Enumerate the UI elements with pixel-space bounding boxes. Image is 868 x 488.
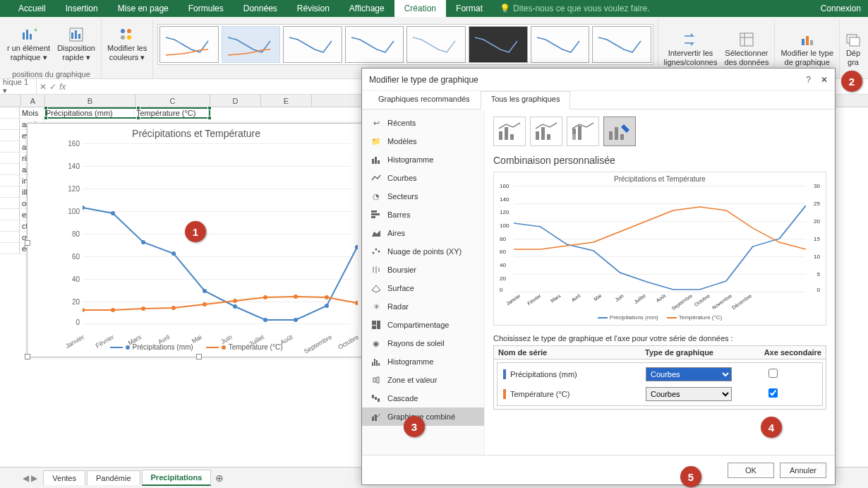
login-link[interactable]: Connexion bbox=[814, 0, 868, 17]
preview-chart[interactable]: Précipitations et Température 160 140 12… bbox=[493, 172, 826, 326]
subtype-custom[interactable] bbox=[603, 117, 636, 146]
select-all-corner[interactable] bbox=[0, 95, 21, 106]
ct-sunburst[interactable]: ◉Rayons de soleil bbox=[362, 334, 484, 352]
ribbon-tab-home[interactable]: Accueil bbox=[8, 0, 56, 17]
cancel-button[interactable]: Annuler bbox=[780, 463, 826, 478]
preview-legend-2: Température (°C) bbox=[679, 314, 722, 321]
sheet-nav[interactable]: ◀ ▶ bbox=[23, 473, 37, 483]
cell-B1[interactable]: Précipitations (mm) bbox=[44, 107, 134, 119]
ct-recent[interactable]: ↩Récents bbox=[362, 114, 484, 132]
row-header[interactable] bbox=[0, 209, 20, 220]
ct-histogram[interactable]: Histogramme bbox=[362, 150, 484, 169]
quick-layout-button[interactable]: Disposition rapide ▾ bbox=[56, 25, 97, 62]
row-header[interactable] bbox=[0, 119, 20, 130]
series-axis-checkbox-precip[interactable] bbox=[768, 369, 778, 378]
ribbon-tab-formulas[interactable]: Formules bbox=[179, 0, 234, 17]
ct-scatter[interactable]: Nuage de points (XY) bbox=[362, 242, 484, 261]
select-data-button[interactable]: Sélectionner des données bbox=[723, 30, 770, 67]
sheet-tab-precipitations[interactable]: Precipitations bbox=[142, 470, 212, 486]
row-header[interactable] bbox=[0, 232, 20, 243]
style-thumb-2[interactable] bbox=[222, 26, 281, 63]
add-chart-element-button[interactable]: + r un élément raphique ▾ bbox=[6, 25, 52, 62]
chart-title[interactable]: Précipitations et Température bbox=[28, 124, 365, 141]
ribbon-tab-data[interactable]: Données bbox=[234, 0, 287, 17]
row-header[interactable] bbox=[0, 186, 20, 198]
ct-stock[interactable]: Boursier bbox=[362, 261, 484, 279]
series-type-select-precip[interactable]: Courbes bbox=[646, 367, 732, 381]
style-thumb-6[interactable] bbox=[469, 26, 528, 63]
col-header-D[interactable]: D bbox=[210, 95, 261, 107]
subtype-3[interactable] bbox=[567, 117, 599, 146]
row-header[interactable] bbox=[0, 198, 20, 209]
col-header-A[interactable]: A bbox=[21, 95, 45, 107]
chart-styles-gallery[interactable] bbox=[157, 24, 653, 65]
ribbon-group-colors: Modifier les couleurs ▾ bbox=[102, 20, 153, 78]
change-chart-type-button[interactable]: Modifier le type de graphique bbox=[779, 30, 835, 67]
col-header-E[interactable]: E bbox=[261, 95, 312, 107]
name-box[interactable]: hique 1 ▾ bbox=[0, 76, 37, 97]
svg-rect-60 bbox=[377, 377, 379, 383]
cancel-formula-icon[interactable]: ✕ bbox=[40, 82, 47, 92]
col-header-B[interactable]: B bbox=[45, 95, 135, 107]
row-header[interactable] bbox=[0, 164, 20, 175]
row-header[interactable] bbox=[0, 130, 20, 141]
sheet-tab-ventes[interactable]: Ventes bbox=[43, 470, 85, 485]
ribbon-tab-insert[interactable]: Insertion bbox=[56, 0, 108, 17]
change-colors-button[interactable]: Modifier les couleurs ▾ bbox=[106, 25, 148, 62]
series-type-select-temp[interactable]: Courbes bbox=[646, 387, 732, 401]
dialog-tab-all[interactable]: Tous les graphiques bbox=[481, 91, 571, 109]
ct-histogram2[interactable]: Histogramme bbox=[362, 352, 484, 371]
svg-point-31 bbox=[111, 308, 115, 312]
ribbon-tab-format[interactable]: Format bbox=[446, 0, 493, 17]
series-axis-checkbox-temp[interactable] bbox=[768, 388, 778, 398]
style-thumb-1[interactable] bbox=[159, 26, 219, 63]
close-icon[interactable]: ✕ bbox=[821, 75, 828, 85]
ct-radar[interactable]: ✳Radar bbox=[362, 297, 484, 316]
move-chart-button[interactable]: Dép gra bbox=[844, 30, 862, 67]
cell-A1[interactable]: Mois bbox=[20, 107, 44, 119]
ct-surface[interactable]: Surface bbox=[362, 279, 484, 297]
switch-row-column-button[interactable]: Intervertir les lignes/colonnes bbox=[663, 30, 719, 67]
sheet-tab-pandemie[interactable]: Pandémie bbox=[87, 470, 140, 485]
ribbon-tab-design[interactable]: Création bbox=[394, 0, 446, 17]
subtype-1[interactable] bbox=[493, 117, 526, 146]
ct-bar[interactable]: Barres bbox=[362, 206, 484, 224]
style-thumb-7[interactable] bbox=[531, 26, 590, 63]
row-header[interactable] bbox=[0, 107, 20, 119]
dialog-tab-recommended[interactable]: Graphiques recommandés bbox=[368, 91, 481, 109]
radar-chart-icon: ✳ bbox=[370, 301, 382, 312]
ribbon-tab-view[interactable]: Affichage bbox=[339, 0, 394, 17]
ct-pie[interactable]: ◔Secteurs bbox=[362, 187, 484, 206]
ribbon-tab-layout[interactable]: Mise en page bbox=[108, 0, 179, 17]
svg-rect-19 bbox=[850, 37, 860, 46]
confirm-formula-icon[interactable]: ✓ bbox=[49, 82, 56, 92]
y-tick: 80 bbox=[59, 230, 80, 238]
ct-waterfall[interactable]: Cascade bbox=[362, 389, 484, 407]
style-thumb-8[interactable] bbox=[592, 26, 651, 63]
cell-C1[interactable]: Température (°C) bbox=[134, 107, 209, 119]
ct-line[interactable]: Courbes bbox=[362, 169, 484, 187]
ok-button[interactable]: OK bbox=[728, 463, 774, 478]
row-header[interactable] bbox=[0, 153, 20, 164]
chart-plot-area[interactable]: 160 140 120 100 80 60 40 20 0 Janvier Fé… bbox=[54, 143, 358, 323]
subtype-2[interactable] bbox=[530, 117, 562, 146]
ct-boxwhisker[interactable]: Zone et valeur bbox=[362, 371, 484, 389]
px-tick: Juin bbox=[614, 293, 625, 302]
tell-me-prompt[interactable]: 💡 Dites-nous ce que vous voulez faire. bbox=[500, 0, 814, 17]
row-header[interactable] bbox=[0, 141, 20, 153]
style-thumb-4[interactable] bbox=[345, 26, 404, 63]
row-header[interactable] bbox=[0, 220, 20, 232]
row-header[interactable] bbox=[0, 243, 20, 254]
ct-area[interactable]: Aires bbox=[362, 224, 484, 242]
new-sheet-button[interactable]: ⊕ bbox=[212, 471, 227, 485]
style-thumb-5[interactable] bbox=[406, 26, 466, 63]
fx-icon[interactable]: fx bbox=[59, 82, 66, 92]
col-header-C[interactable]: C bbox=[135, 95, 210, 107]
style-thumb-3[interactable] bbox=[283, 26, 342, 63]
ct-templates[interactable]: 📁Modèles bbox=[362, 132, 484, 150]
row-header[interactable] bbox=[0, 175, 20, 186]
ct-treemap[interactable]: Compartimentage bbox=[362, 316, 484, 334]
help-icon[interactable]: ? bbox=[806, 75, 811, 85]
dialog-titlebar[interactable]: Modifier le type de graphique ? ✕ bbox=[362, 69, 835, 91]
ribbon-tab-review[interactable]: Révision bbox=[287, 0, 339, 17]
